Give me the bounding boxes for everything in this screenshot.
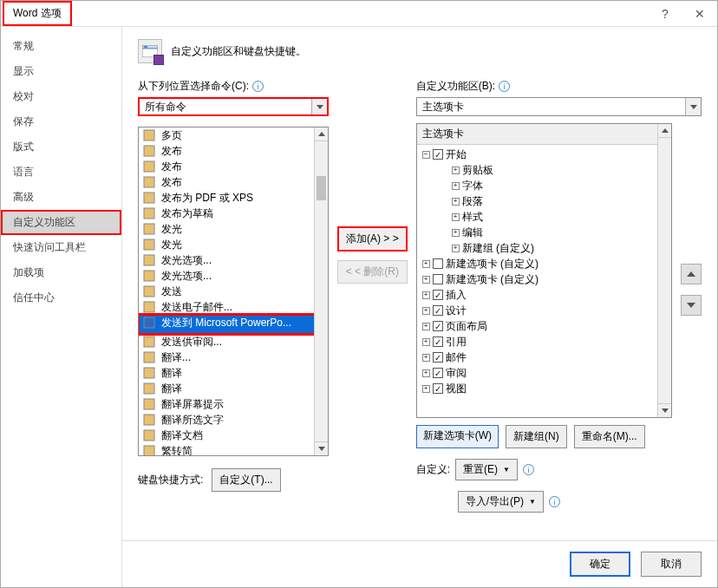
tree-item[interactable]: + 设计	[417, 303, 671, 318]
tree-item[interactable]: − 开始	[417, 147, 671, 162]
command-item[interactable]: 翻译...	[139, 350, 328, 365]
info-icon[interactable]: i	[252, 81, 264, 92]
move-column	[681, 116, 702, 418]
content: 自定义功能区和键盘快捷键。 从下列位置选择命令(C): i 所有命令 多页发布发…	[122, 27, 717, 587]
remove-button: < < 删除(R)	[337, 260, 408, 284]
command-icon	[142, 444, 156, 456]
command-item[interactable]: 发送电子邮件...	[139, 299, 328, 315]
command-item[interactable]: 发送到 Microsoft PowerPo...	[139, 315, 328, 334]
command-item[interactable]: 发送供审阅...	[139, 334, 328, 350]
tree-item[interactable]: + 样式	[417, 209, 671, 225]
sidebar: 常规显示校对保存版式语言高级自定义功能区快速访问工具栏加载项信任中心	[1, 27, 122, 587]
sidebar-item[interactable]: 信任中心	[1, 285, 121, 310]
info-icon[interactable]: i	[549, 496, 560, 507]
cancel-button[interactable]: 取消	[641, 552, 702, 577]
command-icon	[142, 316, 156, 330]
info-icon[interactable]: i	[499, 81, 510, 92]
dialog-footer: 确定 取消	[122, 540, 717, 587]
tree-header: 主选项卡	[417, 124, 671, 145]
sidebar-item[interactable]: 显示	[1, 59, 121, 84]
tree-item[interactable]: + 新建选项卡 (自定义)	[417, 256, 671, 271]
scroll-down-icon[interactable]	[658, 403, 671, 417]
command-icon	[142, 238, 156, 252]
new-group-button[interactable]: 新建组(N)	[506, 425, 567, 448]
svg-rect-18	[144, 368, 154, 378]
command-icon	[142, 382, 156, 395]
command-icon	[142, 206, 156, 220]
reset-dropdown-button[interactable]: 重置(E)▼	[455, 459, 518, 480]
command-item[interactable]: 发布	[139, 174, 328, 190]
command-item[interactable]: 发光选项...	[139, 268, 328, 284]
new-tab-button[interactable]: 新建选项卡(W)	[416, 425, 499, 448]
command-item[interactable]: 发光	[139, 237, 328, 252]
command-item[interactable]: 翻译屏幕提示	[139, 396, 328, 412]
sidebar-item[interactable]: 自定义功能区	[1, 210, 121, 235]
add-button[interactable]: 添加(A) > >	[337, 226, 408, 252]
ribbon-column: 自定义功能区(B): i 主选项卡 主选项卡 − 开始+ 剪贴板+ 字体+ 段落…	[416, 79, 702, 513]
customizations-label: 自定义:	[416, 462, 450, 477]
tree-item[interactable]: + 剪贴板	[417, 162, 671, 178]
info-icon[interactable]: i	[523, 464, 534, 475]
scrollbar[interactable]	[314, 127, 328, 455]
sidebar-item[interactable]: 语言	[1, 160, 121, 185]
close-button[interactable]: ✕	[682, 3, 717, 24]
command-icon	[142, 366, 156, 380]
commands-column: 从下列位置选择命令(C): i 所有命令 多页发布发布发布发布为 PDF 或 X…	[138, 79, 329, 492]
commands-list[interactable]: 多页发布发布发布发布为 PDF 或 XPS发布为草稿发光发光发光选项...发光选…	[138, 127, 329, 456]
ribbon-icon	[138, 39, 162, 63]
sidebar-item[interactable]: 保存	[1, 109, 121, 134]
command-item[interactable]: 多页	[139, 127, 328, 143]
command-item[interactable]: 发光选项...	[139, 252, 328, 268]
help-button[interactable]: ?	[648, 3, 682, 24]
tree-item[interactable]: + 新建组 (自定义)	[417, 240, 671, 256]
sidebar-item[interactable]: 高级	[1, 185, 121, 210]
scroll-up-icon[interactable]	[315, 127, 328, 141]
tree-item[interactable]: + 页面布局	[417, 318, 671, 334]
import-export-dropdown-button[interactable]: 导入/导出(P)▼	[458, 491, 544, 513]
scroll-up-icon[interactable]	[658, 124, 671, 138]
tree-item[interactable]: + 字体	[417, 178, 671, 193]
scrollbar-thumb[interactable]	[317, 176, 326, 200]
command-item[interactable]: 发光	[139, 221, 328, 237]
sidebar-item[interactable]: 校对	[1, 84, 121, 109]
tree-item[interactable]: + 视图	[417, 381, 671, 396]
sidebar-item[interactable]: 版式	[1, 134, 121, 160]
scroll-down-icon[interactable]	[315, 441, 328, 455]
svg-rect-10	[144, 239, 154, 250]
title-bar: Word 选项 ? ✕	[1, 1, 717, 27]
svg-rect-23	[144, 446, 154, 456]
svg-rect-9	[144, 224, 154, 234]
command-item[interactable]: 发布为 PDF 或 XPS	[139, 190, 328, 206]
command-item[interactable]: 发送	[139, 284, 328, 299]
sidebar-item[interactable]: 常规	[1, 34, 121, 59]
tree-item[interactable]: + 新建选项卡 (自定义)	[417, 271, 671, 287]
rename-button[interactable]: 重命名(M)...	[574, 425, 645, 448]
tree-item[interactable]: + 邮件	[417, 350, 671, 365]
keyboard-label: 键盘快捷方式:	[138, 473, 203, 487]
command-item[interactable]: 发布	[139, 159, 328, 174]
command-item[interactable]: 发布为草稿	[139, 206, 328, 221]
tree-item[interactable]: + 审阅	[417, 365, 671, 381]
command-item[interactable]: 繁转简	[139, 443, 328, 456]
commands-source-dropdown[interactable]: 所有命令	[138, 97, 329, 116]
move-down-button[interactable]	[681, 295, 702, 316]
tree-item[interactable]: + 编辑	[417, 225, 671, 240]
command-item[interactable]: 翻译所选文字	[139, 412, 328, 428]
tree-item[interactable]: + 段落	[417, 193, 671, 209]
ribbon-scope-dropdown[interactable]: 主选项卡	[416, 97, 702, 116]
command-item[interactable]: 翻译文档	[139, 428, 328, 443]
keyboard-customize-button[interactable]: 自定义(T)...	[212, 468, 280, 492]
move-up-button[interactable]	[681, 264, 702, 284]
sidebar-item[interactable]: 加载项	[1, 260, 121, 285]
command-item[interactable]: 翻译	[139, 365, 328, 381]
svg-rect-14	[144, 302, 154, 312]
sidebar-item[interactable]: 快速访问工具栏	[1, 235, 121, 260]
ribbon-tree[interactable]: 主选项卡 − 开始+ 剪贴板+ 字体+ 段落+ 样式+ 编辑+ 新建组 (自定义…	[416, 123, 672, 418]
command-item[interactable]: 发布	[139, 143, 328, 159]
command-item[interactable]: 翻译	[139, 381, 328, 396]
tree-item[interactable]: + 引用	[417, 334, 671, 350]
command-icon	[142, 284, 156, 298]
tree-item[interactable]: + 插入	[417, 287, 671, 303]
scrollbar[interactable]	[657, 124, 671, 417]
ok-button[interactable]: 确定	[570, 552, 630, 577]
